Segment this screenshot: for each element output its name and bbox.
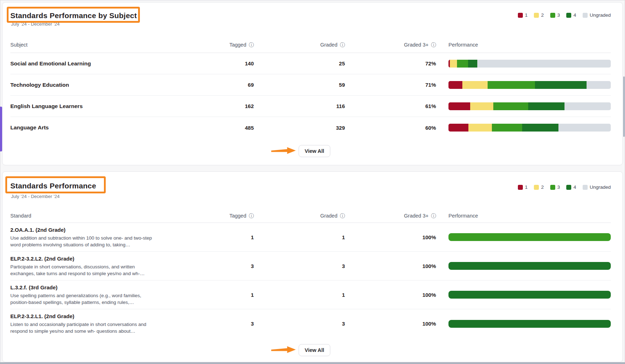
tagged-value: 1 bbox=[168, 234, 254, 240]
graded-value: 59 bbox=[254, 82, 345, 88]
standard-description: Listen to and occasionally participate i… bbox=[10, 321, 156, 334]
column-header-graded: Gradedⓘ bbox=[254, 213, 345, 219]
legend-item-2: 2 bbox=[534, 12, 544, 18]
performance-stacked-bar bbox=[448, 262, 611, 270]
table-header-row: Subject Taggedⓘ Gradedⓘ Graded 3+ⓘ Perfo… bbox=[10, 37, 611, 53]
graded-value: 3 bbox=[254, 263, 345, 269]
performance-stacked-bar bbox=[448, 60, 611, 68]
legend-item-3: 3 bbox=[550, 184, 560, 190]
subject-name: Social and Emotional Learning bbox=[10, 60, 168, 67]
table-row: ELP.2-3.2.L2. (2nd Grade) Participate in… bbox=[10, 252, 611, 280]
annotation-arrow bbox=[271, 146, 296, 155]
tagged-value: 485 bbox=[168, 125, 254, 131]
graded3-value: 60% bbox=[345, 125, 436, 131]
subject-name: English Language Learners bbox=[10, 103, 168, 109]
column-header-tagged: Taggedⓘ bbox=[168, 42, 254, 48]
performance-stacked-bar bbox=[448, 233, 611, 241]
standard-description: Participate in short conversations, disc… bbox=[10, 263, 156, 277]
table-row: Social and Emotional Learning 140 25 72% bbox=[10, 53, 611, 74]
vertical-scrollbar-thumb[interactable] bbox=[623, 76, 625, 137]
table-header-row: Standard Taggedⓘ Gradedⓘ Graded 3+ⓘ Perf… bbox=[10, 209, 611, 223]
graded3-value: 72% bbox=[345, 60, 436, 66]
score-4-swatch bbox=[566, 13, 571, 18]
score-1-swatch bbox=[518, 13, 523, 18]
view-all-button[interactable]: View All bbox=[299, 145, 330, 157]
performance-stacked-bar bbox=[448, 81, 611, 89]
column-header-graded3: Graded 3+ⓘ bbox=[345, 213, 436, 219]
graded-value: 1 bbox=[254, 292, 345, 298]
subject-table: Subject Taggedⓘ Gradedⓘ Graded 3+ⓘ Perfo… bbox=[10, 37, 611, 138]
standards-performance-card: Standards Performance July ’24 - Decembe… bbox=[2, 171, 623, 362]
graded-value: 116 bbox=[254, 103, 345, 109]
sidebar-edge-strip bbox=[0, 107, 2, 151]
score-legend: 1 2 3 4 Ungraded bbox=[518, 184, 611, 190]
info-icon[interactable]: ⓘ bbox=[340, 42, 345, 47]
tagged-value: 140 bbox=[168, 60, 254, 66]
info-icon[interactable]: ⓘ bbox=[249, 213, 254, 218]
info-icon[interactable]: ⓘ bbox=[431, 42, 436, 47]
column-header-tagged: Taggedⓘ bbox=[168, 213, 254, 219]
graded-value: 3 bbox=[254, 321, 345, 327]
column-header-graded: Gradedⓘ bbox=[254, 42, 345, 48]
table-row: Technology Education 69 59 71% bbox=[10, 74, 611, 96]
ungraded-swatch bbox=[583, 185, 588, 190]
legend-item-4: 4 bbox=[566, 12, 576, 18]
column-header-standard: Standard bbox=[10, 213, 168, 219]
dashboard-page: { "colors": { "score1": "#A50D28", "scor… bbox=[0, 0, 625, 364]
graded3-value: 100% bbox=[345, 321, 436, 327]
section-title: Standards Performance bbox=[10, 182, 96, 190]
tagged-value: 69 bbox=[168, 82, 254, 88]
legend-item-4: 4 bbox=[566, 184, 576, 190]
subject-name: Language Arts bbox=[10, 124, 168, 131]
date-range: July ’24 - December ’24 bbox=[11, 21, 60, 27]
section-title: Standards Performance by Subject bbox=[10, 11, 137, 20]
legend-item-ungraded: Ungraded bbox=[583, 12, 611, 18]
performance-stacked-bar bbox=[448, 291, 611, 299]
standards-table: Standard Taggedⓘ Gradedⓘ Graded 3+ⓘ Perf… bbox=[10, 209, 611, 338]
score-3-swatch bbox=[550, 185, 555, 190]
window-bottom-edge bbox=[0, 362, 625, 364]
score-1-swatch bbox=[518, 185, 523, 190]
tagged-value: 162 bbox=[168, 103, 254, 109]
legend-item-ungraded: Ungraded bbox=[583, 184, 611, 190]
graded-value: 1 bbox=[254, 234, 345, 240]
column-header-graded3: Graded 3+ⓘ bbox=[345, 42, 436, 48]
score-3-swatch bbox=[550, 13, 555, 18]
standard-code: 2.OA.A.1. (2nd Grade) bbox=[10, 226, 168, 234]
column-header-performance: Performance bbox=[448, 42, 611, 48]
score-4-swatch bbox=[566, 185, 571, 190]
graded3-value: 100% bbox=[345, 263, 436, 269]
date-range: July ’24 - December ’24 bbox=[11, 194, 60, 199]
legend-item-3: 3 bbox=[550, 12, 560, 18]
graded3-value: 100% bbox=[345, 292, 436, 298]
score-2-swatch bbox=[534, 185, 539, 190]
info-icon[interactable]: ⓘ bbox=[249, 42, 254, 47]
table-row: ELP.2-3.2.L1. (2nd Grade) Listen to and … bbox=[10, 309, 611, 338]
performance-stacked-bar bbox=[448, 102, 611, 110]
standard-description: Use addition and subtraction within 100 … bbox=[10, 235, 156, 248]
score-legend: 1 2 3 4 Ungraded bbox=[518, 12, 611, 18]
graded3-value: 100% bbox=[345, 234, 436, 240]
legend-item-1: 1 bbox=[518, 12, 528, 18]
column-header-subject: Subject bbox=[10, 42, 168, 48]
standard-description: Use spelling patterns and generalization… bbox=[10, 292, 156, 306]
graded-value: 329 bbox=[254, 125, 345, 131]
score-2-swatch bbox=[534, 13, 539, 18]
graded-value: 25 bbox=[254, 60, 345, 66]
ungraded-swatch bbox=[583, 13, 588, 18]
table-row: Language Arts 485 329 60% bbox=[10, 117, 611, 138]
column-header-performance: Performance bbox=[448, 213, 611, 219]
graded3-value: 61% bbox=[345, 103, 436, 109]
info-icon[interactable]: ⓘ bbox=[431, 213, 436, 218]
legend-item-1: 1 bbox=[518, 184, 528, 190]
standard-code: ELP.2-3.2.L1. (2nd Grade) bbox=[10, 313, 168, 320]
performance-stacked-bar bbox=[448, 320, 611, 328]
table-row: English Language Learners 162 116 61% bbox=[10, 96, 611, 117]
legend-item-2: 2 bbox=[534, 184, 544, 190]
performance-stacked-bar bbox=[448, 124, 611, 132]
info-icon[interactable]: ⓘ bbox=[340, 213, 345, 218]
view-all-button[interactable]: View All bbox=[299, 344, 330, 356]
annotation-arrow bbox=[271, 346, 296, 354]
table-row: 2.OA.A.1. (2nd Grade) Use addition and s… bbox=[10, 223, 611, 252]
tagged-value: 3 bbox=[168, 263, 254, 269]
